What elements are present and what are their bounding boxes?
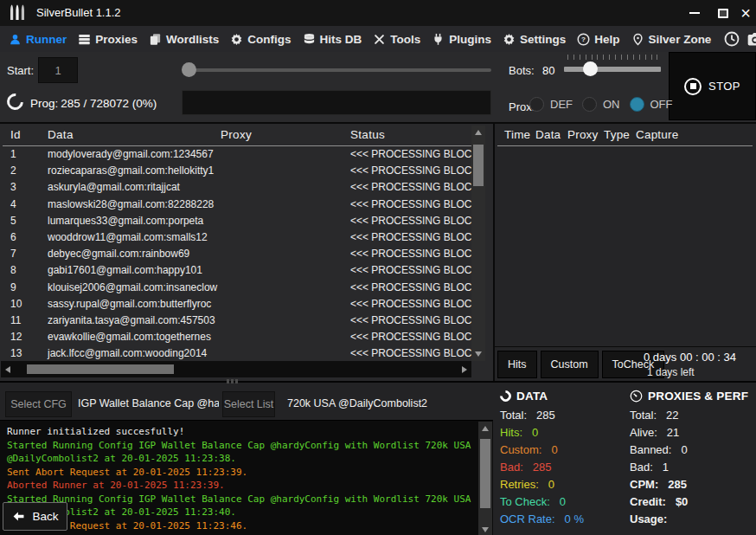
scroll-right-button[interactable] <box>458 361 471 377</box>
stat-row: Bad:1 <box>630 461 756 474</box>
nav-item-proxies[interactable]: Proxies <box>78 33 138 46</box>
history-button[interactable] <box>722 29 741 48</box>
table-row[interactable]: 11zariyanita.tasya@gmail.com:457503<<< P… <box>3 314 471 331</box>
table-row[interactable]: 5lumarques33@gmail.com:porpeta<<< PROCES… <box>3 215 471 231</box>
table-row[interactable]: 1modyloverady@gmail.com:1234567<<< PROCE… <box>3 148 471 164</box>
arrow-up-icon <box>482 426 489 431</box>
row-status: <<< PROCESSING BLOCK <box>350 181 471 193</box>
table-row[interactable]: 2roziecaparas@gmail.com:hellokitty1<<< P… <box>3 164 471 181</box>
row-data: debyec@gmail.com:rainbow69 <box>48 248 189 260</box>
nav-item-tools[interactable]: Tools <box>373 33 420 46</box>
back-button[interactable]: Back <box>3 502 67 531</box>
results-vertical-scrollbar[interactable] <box>471 126 485 361</box>
window-title: SilverBullet 1.1.2 <box>36 6 121 19</box>
table-row[interactable]: 6wooddrow11@gmail.com:smalls12<<< PROCES… <box>3 231 471 248</box>
screenshot-button[interactable] <box>746 29 756 48</box>
stat-label: Retries: <box>500 478 539 491</box>
row-id: 8 <box>10 264 16 276</box>
hits-bottom-bar: HitsCustomToCheck 0 days 00 : 00 : 34 1 … <box>495 346 756 381</box>
table-row[interactable]: 10sassy.rupal@gmail.com:butterflyroc<<< … <box>3 298 471 314</box>
column-header-proxy[interactable]: Proxy <box>221 128 252 141</box>
column-header-proxy[interactable]: Proxy <box>567 128 599 141</box>
prox-option-off[interactable]: OFF <box>630 97 673 112</box>
scroll-left-button[interactable] <box>1 361 15 377</box>
nav-item-wordlists[interactable]: Wordlists <box>149 33 219 46</box>
column-header-id[interactable]: Id <box>10 128 21 141</box>
results-horizontal-scrollbar[interactable] <box>1 361 471 377</box>
row-status: <<< PROCESSING BLOCK <box>350 231 471 243</box>
start-input[interactable]: 1 <box>38 57 78 83</box>
wordlists-icon <box>149 33 162 46</box>
column-header-data[interactable]: Data <box>48 128 74 141</box>
scrollbar-thumb[interactable] <box>480 439 490 508</box>
scroll-up-button[interactable] <box>478 422 492 435</box>
custom-tab[interactable]: Custom <box>541 351 599 378</box>
select-cfg-button[interactable]: Select CFG <box>5 391 72 417</box>
table-row[interactable]: 12evawkollie@gmail.com:togethernes<<< PR… <box>3 331 471 347</box>
elapsed-time: 0 days 00 : 00 : 34 <box>644 351 736 364</box>
bots-slider-track[interactable] <box>564 67 661 72</box>
hits-tab[interactable]: Hits <box>497 351 537 378</box>
stat-value: 22 <box>666 409 678 422</box>
column-header-type[interactable]: Type <box>604 128 630 141</box>
nav-item-runner[interactable]: Runner <box>9 33 67 46</box>
stat-label: Hits: <box>500 426 522 439</box>
maximize-icon <box>718 9 728 18</box>
scrollbar-thumb[interactable] <box>473 145 484 186</box>
table-row[interactable]: 3askuryla@gmail.com:ritajjcat<<< PROCESS… <box>3 181 471 197</box>
maximize-button[interactable] <box>709 0 737 26</box>
nav-item-configs[interactable]: Configs <box>230 33 291 46</box>
start-value: 1 <box>54 64 61 77</box>
column-header-data[interactable]: Data <box>535 128 561 141</box>
stat-row: Total:22 <box>630 409 756 422</box>
scrollbar-thumb[interactable] <box>27 364 174 374</box>
log-line: Started Running Config IGP Wallet Balanc… <box>7 439 474 466</box>
prox-radio-group: DEFONOFF <box>529 97 673 112</box>
row-id: 13 <box>10 347 22 359</box>
data-stats-panel: DATA Total:285Hits:0Custom:0Bad:285Retri… <box>500 388 626 525</box>
minimize-button[interactable] <box>680 0 709 26</box>
start-slider-handle[interactable] <box>182 62 196 77</box>
scroll-up-button[interactable] <box>471 126 485 139</box>
table-row[interactable]: 8gabi17601@gmail.com:happy101<<< PROCESS… <box>3 264 471 280</box>
bots-label: Bots: <box>509 64 535 77</box>
column-header-time[interactable]: Time <box>504 128 530 141</box>
nav-item-settings[interactable]: Settings <box>503 33 566 46</box>
table-row[interactable]: 13jack.lfcc@gmail.com:wooding2014<<< PRO… <box>3 347 471 361</box>
select-list-button[interactable]: Select List <box>222 391 275 417</box>
table-row[interactable]: 4maslowski28@gmail.com:82288228<<< PROCE… <box>3 198 471 215</box>
arrow-right-icon <box>462 366 467 373</box>
stat-row: Total:285 <box>500 409 626 422</box>
bots-slider[interactable] <box>564 55 661 84</box>
nav-item-hits-db[interactable]: Hits DB <box>303 33 362 46</box>
row-id: 7 <box>10 248 16 260</box>
nav-item-plugins[interactable]: Plugins <box>432 33 491 46</box>
back-label: Back <box>32 510 58 523</box>
start-slider-track[interactable] <box>186 68 491 72</box>
close-button[interactable]: × <box>735 0 756 26</box>
prox-on-radio[interactable] <box>582 97 597 112</box>
prox-option-def[interactable]: DEF <box>529 97 573 112</box>
table-row[interactable]: 9klouisej2006@gmail.com:insaneclow<<< PR… <box>3 281 471 298</box>
bots-slider-handle[interactable] <box>583 61 598 76</box>
stop-button[interactable]: STOP <box>669 52 756 120</box>
prox-def-radio[interactable] <box>529 97 544 112</box>
stat-label: Custom: <box>500 443 541 456</box>
scroll-down-button[interactable] <box>478 523 492 535</box>
stat-row: Hits:0 <box>500 427 626 439</box>
prox-off-radio[interactable] <box>630 97 644 112</box>
main-nav: Runner Proxies Wordlists Configs Hits DB… <box>0 26 756 52</box>
column-header-status[interactable]: Status <box>350 128 385 141</box>
scroll-down-button[interactable] <box>471 347 485 361</box>
nav-item-help[interactable]: ? Help <box>577 33 619 46</box>
nav-item-silver-zone[interactable]: Silver Zone <box>631 33 712 46</box>
table-row[interactable]: 7debyec@gmail.com:rainbow69<<< PROCESSIN… <box>3 248 471 264</box>
arrow-left-icon <box>5 366 10 373</box>
stat-row: OCR Rate:0 % <box>500 513 626 525</box>
prox-option-on[interactable]: ON <box>582 97 620 112</box>
row-id: 4 <box>10 198 16 210</box>
column-header-capture[interactable]: Capture <box>636 128 678 141</box>
stat-value: 0 <box>560 495 566 508</box>
splitter-grip[interactable] <box>227 379 239 384</box>
log-vertical-scrollbar[interactable] <box>478 422 492 535</box>
